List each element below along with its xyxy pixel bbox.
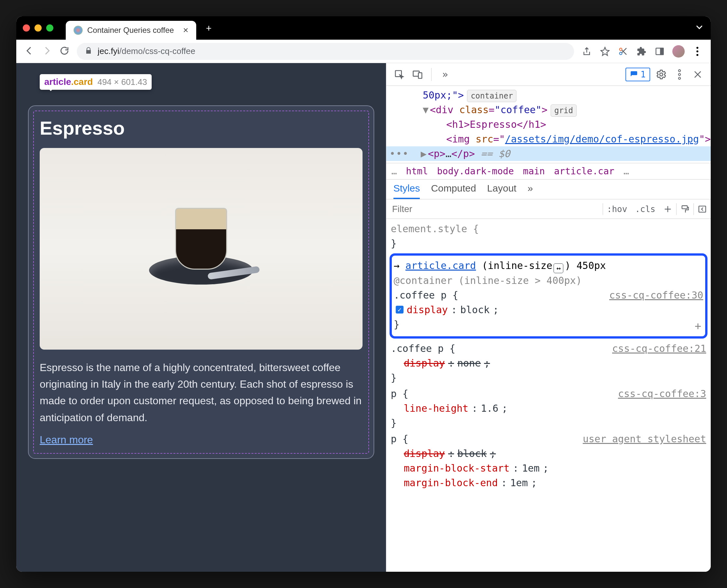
forward-button[interactable]	[42, 45, 52, 57]
address-bar[interactable]: jec.fyi/demo/css-cq-coffee	[77, 43, 574, 60]
crumb[interactable]: …	[391, 166, 397, 176]
user-agent-rule[interactable]: user agent stylesheetp { display: block;…	[391, 432, 706, 490]
source-link[interactable]: css-cq-coffee:30	[609, 288, 703, 302]
dom-breadcrumbs[interactable]: … html body.dark-mode main article.car …	[386, 163, 711, 180]
svg-rect-9	[418, 72, 422, 78]
device-toolbar-button[interactable]	[410, 67, 425, 82]
inspect-tooltip: article.card 494 × 601.43	[40, 74, 152, 90]
coffee-image	[40, 148, 363, 350]
card-heading: Espresso	[40, 117, 363, 139]
svg-point-5	[696, 50, 699, 52]
highlighted-container-rule: → article.card (inline-size↔) 450px @con…	[389, 253, 707, 339]
tab-favicon	[74, 26, 83, 35]
tab-computed[interactable]: Computed	[431, 183, 476, 199]
profile-avatar[interactable]	[672, 45, 685, 58]
back-button[interactable]	[24, 45, 35, 57]
window-controls	[23, 24, 53, 31]
cls-button[interactable]: .cls	[631, 204, 659, 214]
bookmark-icon[interactable]	[600, 46, 610, 57]
browser-window: Container Queries coffee × + jec.fyi/dem…	[16, 16, 711, 572]
svg-rect-14	[699, 206, 706, 212]
source-link[interactable]: css-cq-coffee:3	[618, 386, 706, 401]
window-minimize-button[interactable]	[35, 24, 42, 31]
property-checkbox[interactable]: ✓	[396, 306, 404, 314]
page-viewport: article.card 494 × 601.43 Espresso Espre…	[16, 63, 386, 572]
svg-rect-3	[661, 48, 664, 55]
styles-filter-bar: :hov .cls	[386, 200, 711, 219]
rule-element-style[interactable]: element.style { }	[391, 222, 706, 251]
scissors-icon[interactable]	[618, 46, 629, 57]
crumb[interactable]: html	[406, 166, 428, 176]
reload-button[interactable]	[59, 45, 69, 57]
devtools-menu-button[interactable]	[672, 67, 687, 82]
url-text: jec.fyi/demo/css-cq-coffee	[98, 46, 195, 56]
card-paragraph: Espresso is the name of a highly concent…	[40, 359, 363, 426]
dom-line[interactable]: <img src="/assets/img/demo/cof-espresso.…	[399, 132, 711, 146]
crumb[interactable]: …	[624, 166, 629, 176]
issues-button[interactable]: 1	[625, 68, 650, 81]
chrome-menu-button[interactable]	[692, 46, 703, 57]
container-link[interactable]: article.card	[405, 260, 476, 271]
svg-point-12	[679, 77, 681, 79]
styles-tab-strip: Styles Computed Layout »	[386, 180, 711, 200]
toolbar: jec.fyi/demo/css-cq-coffee	[16, 40, 711, 63]
devtools-panel: » 1 50px;">container ▼<div class="coffee…	[386, 63, 711, 572]
learn-more-link[interactable]: Learn more	[40, 434, 93, 446]
styles-filter-input[interactable]	[386, 204, 603, 214]
new-tab-button[interactable]: +	[206, 23, 217, 33]
inline-size-icon: ↔	[553, 264, 563, 273]
new-rule-button[interactable]	[659, 205, 676, 214]
toggle-sidebar-icon[interactable]	[694, 205, 711, 214]
tab-strip: Container Queries coffee × +	[16, 16, 711, 40]
dom-line[interactable]: ▼<div class="coffee">grid	[399, 102, 711, 117]
hov-button[interactable]: :hov	[603, 204, 631, 214]
tabs-menu-button[interactable]	[694, 22, 704, 34]
window-maximize-button[interactable]	[46, 24, 53, 31]
paint-icon[interactable]	[676, 205, 693, 214]
inspect-element-button[interactable]	[392, 67, 406, 82]
devtools-toolbar: » 1	[386, 63, 711, 86]
settings-icon[interactable]	[654, 67, 668, 82]
svg-point-10	[679, 69, 681, 71]
tab-more[interactable]: »	[527, 183, 533, 199]
devtools-close-button[interactable]	[690, 67, 705, 82]
svg-point-4	[696, 47, 699, 49]
extensions-icon[interactable]	[636, 46, 647, 57]
source-link[interactable]: css-cq-coffee:21	[612, 341, 706, 356]
svg-point-11	[679, 73, 681, 75]
tab-close-button[interactable]: ×	[183, 25, 188, 36]
tab-layout[interactable]: Layout	[487, 183, 517, 199]
more-tabs-button[interactable]: »	[438, 67, 452, 82]
styles-rules-pane[interactable]: element.style { } → article.card (inline…	[386, 219, 711, 491]
tab-title: Container Queries coffee	[87, 26, 174, 35]
container-query-rule[interactable]: → article.card (inline-size↔) 450px @con…	[394, 258, 703, 332]
crumb[interactable]: main	[523, 166, 545, 176]
tab-styles[interactable]: Styles	[393, 183, 420, 199]
css-rule[interactable]: css-cq-coffee:3p { line-height: 1.6; }	[391, 386, 706, 430]
dom-line[interactable]: <h1>Espresso</h1>	[399, 117, 711, 132]
browser-tab[interactable]: Container Queries coffee ×	[66, 21, 196, 40]
crumb[interactable]: article.car	[554, 166, 614, 176]
crumb[interactable]: body.dark-mode	[437, 166, 514, 176]
elements-dom-tree[interactable]: 50px;">container ▼<div class="coffee">gr…	[386, 86, 711, 163]
dom-selected-line[interactable]: ▶<p>…</p> == $0	[386, 146, 711, 161]
article-card: Espresso Espresso is the name of a highl…	[28, 105, 374, 459]
svg-rect-13	[682, 206, 687, 208]
window-close-button[interactable]	[23, 24, 30, 31]
css-rule[interactable]: css-cq-coffee:21.coffee p { display: non…	[391, 341, 706, 385]
share-icon[interactable]	[581, 46, 592, 57]
lock-icon	[85, 47, 93, 56]
sidepanel-icon[interactable]	[654, 46, 665, 57]
svg-point-6	[696, 54, 699, 56]
css-declaration[interactable]: ✓display: block;	[394, 302, 703, 317]
dom-line[interactable]: 50px;">container	[399, 88, 711, 102]
add-declaration-button[interactable]: +	[695, 318, 701, 334]
